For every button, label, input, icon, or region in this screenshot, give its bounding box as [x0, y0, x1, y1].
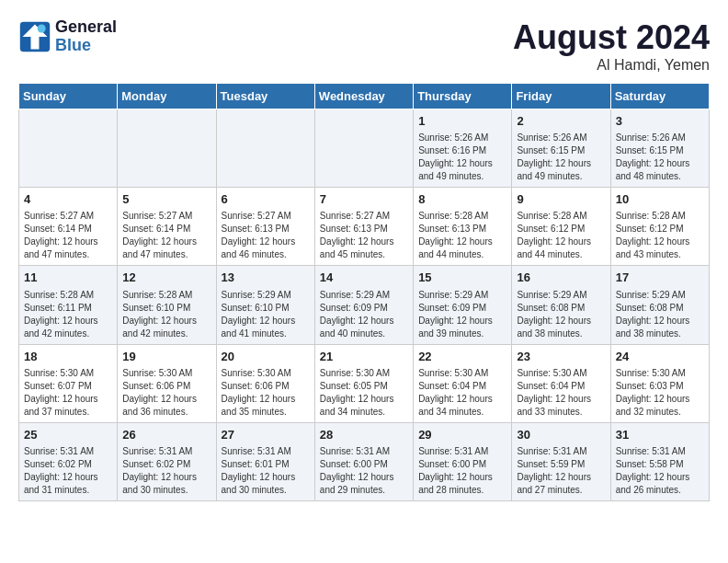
- calendar-cell: 19Sunrise: 5:30 AM Sunset: 6:06 PM Dayli…: [118, 344, 216, 422]
- calendar-week-row: 1Sunrise: 5:26 AM Sunset: 6:16 PM Daylig…: [19, 109, 710, 188]
- calendar-cell: 24Sunrise: 5:30 AM Sunset: 6:03 PM Dayli…: [610, 344, 709, 422]
- calendar-cell: 18Sunrise: 5:30 AM Sunset: 6:07 PM Dayli…: [19, 344, 118, 422]
- day-number: 29: [418, 427, 506, 443]
- day-number: 25: [24, 427, 112, 443]
- calendar-cell: 9Sunrise: 5:28 AM Sunset: 6:12 PM Daylig…: [512, 188, 610, 266]
- day-number: 31: [616, 427, 704, 443]
- header-wednesday: Wednesday: [314, 84, 413, 109]
- day-number: 9: [517, 191, 605, 208]
- header-sunday: Sunday: [19, 84, 118, 109]
- cell-content: Sunrise: 5:29 AM Sunset: 6:08 PM Dayligh…: [517, 289, 605, 340]
- day-number: 21: [320, 349, 408, 365]
- calendar-cell: 28Sunrise: 5:31 AM Sunset: 6:00 PM Dayli…: [314, 422, 413, 500]
- month-year: August 2024: [513, 18, 710, 57]
- calendar-cell: 16Sunrise: 5:29 AM Sunset: 6:08 PM Dayli…: [512, 266, 610, 344]
- day-number: 23: [517, 349, 605, 365]
- day-number: 4: [24, 191, 112, 208]
- day-number: 6: [222, 191, 310, 208]
- cell-content: Sunrise: 5:30 AM Sunset: 6:06 PM Dayligh…: [222, 367, 310, 419]
- logo-line1: General: [55, 18, 117, 37]
- svg-point-2: [38, 24, 46, 32]
- calendar-cell: 29Sunrise: 5:31 AM Sunset: 6:00 PM Dayli…: [414, 422, 512, 500]
- cell-content: Sunrise: 5:30 AM Sunset: 6:04 PM Dayligh…: [418, 367, 506, 419]
- logo-text: General Blue: [55, 18, 117, 55]
- calendar-cell: 11Sunrise: 5:28 AM Sunset: 6:11 PM Dayli…: [19, 266, 118, 344]
- header-thursday: Thursday: [414, 84, 512, 109]
- cell-content: Sunrise: 5:31 AM Sunset: 6:01 PM Dayligh…: [222, 445, 310, 497]
- day-number: 10: [616, 191, 704, 208]
- cell-content: Sunrise: 5:31 AM Sunset: 6:00 PM Dayligh…: [418, 445, 506, 497]
- calendar-week-row: 11Sunrise: 5:28 AM Sunset: 6:11 PM Dayli…: [19, 266, 710, 344]
- day-number: 24: [616, 349, 704, 365]
- calendar-cell: [216, 109, 314, 188]
- title-block: August 2024 Al Hamdi, Yemen: [513, 18, 710, 74]
- calendar-cell: 20Sunrise: 5:30 AM Sunset: 6:06 PM Dayli…: [216, 344, 314, 422]
- day-number: 1: [418, 113, 506, 130]
- calendar-cell: 27Sunrise: 5:31 AM Sunset: 6:01 PM Dayli…: [216, 422, 314, 500]
- header-monday: Monday: [118, 84, 216, 109]
- day-number: 14: [320, 270, 408, 286]
- calendar-cell: 22Sunrise: 5:30 AM Sunset: 6:04 PM Dayli…: [414, 344, 512, 422]
- calendar-cell: 15Sunrise: 5:29 AM Sunset: 6:09 PM Dayli…: [414, 266, 512, 344]
- calendar-cell: [314, 109, 413, 188]
- calendar-cell: [19, 109, 118, 188]
- cell-content: Sunrise: 5:26 AM Sunset: 6:15 PM Dayligh…: [517, 132, 605, 183]
- calendar-week-row: 18Sunrise: 5:30 AM Sunset: 6:07 PM Dayli…: [19, 344, 710, 422]
- day-number: 19: [122, 349, 210, 365]
- cell-content: Sunrise: 5:28 AM Sunset: 6:13 PM Dayligh…: [418, 210, 506, 261]
- cell-content: Sunrise: 5:31 AM Sunset: 5:59 PM Dayligh…: [517, 445, 605, 497]
- calendar-week-row: 4Sunrise: 5:27 AM Sunset: 6:14 PM Daylig…: [19, 188, 710, 266]
- cell-content: Sunrise: 5:30 AM Sunset: 6:07 PM Dayligh…: [24, 367, 112, 419]
- location: Al Hamdi, Yemen: [513, 57, 710, 74]
- calendar-cell: 8Sunrise: 5:28 AM Sunset: 6:13 PM Daylig…: [414, 188, 512, 266]
- day-number: 3: [616, 113, 704, 130]
- calendar-cell: 26Sunrise: 5:31 AM Sunset: 6:02 PM Dayli…: [118, 422, 216, 500]
- cell-content: Sunrise: 5:30 AM Sunset: 6:06 PM Dayligh…: [122, 367, 210, 419]
- logo-line2: Blue: [55, 37, 117, 55]
- calendar-cell: 31Sunrise: 5:31 AM Sunset: 5:58 PM Dayli…: [610, 422, 709, 500]
- cell-content: Sunrise: 5:31 AM Sunset: 6:02 PM Dayligh…: [122, 445, 210, 497]
- cell-content: Sunrise: 5:29 AM Sunset: 6:09 PM Dayligh…: [418, 289, 506, 340]
- cell-content: Sunrise: 5:29 AM Sunset: 6:10 PM Dayligh…: [222, 289, 310, 340]
- cell-content: Sunrise: 5:31 AM Sunset: 6:02 PM Dayligh…: [24, 445, 112, 497]
- calendar-cell: 7Sunrise: 5:27 AM Sunset: 6:13 PM Daylig…: [314, 188, 413, 266]
- calendar-cell: 23Sunrise: 5:30 AM Sunset: 6:04 PM Dayli…: [512, 344, 610, 422]
- logo: General Blue: [18, 18, 117, 55]
- day-number: 22: [418, 349, 506, 365]
- calendar-cell: [118, 109, 216, 188]
- cell-content: Sunrise: 5:31 AM Sunset: 5:58 PM Dayligh…: [616, 445, 704, 497]
- day-number: 20: [222, 349, 310, 365]
- cell-content: Sunrise: 5:31 AM Sunset: 6:00 PM Dayligh…: [320, 445, 408, 497]
- calendar-cell: 2Sunrise: 5:26 AM Sunset: 6:15 PM Daylig…: [512, 109, 610, 188]
- cell-content: Sunrise: 5:27 AM Sunset: 6:14 PM Dayligh…: [24, 210, 112, 261]
- cell-content: Sunrise: 5:28 AM Sunset: 6:12 PM Dayligh…: [616, 210, 704, 261]
- calendar-cell: 21Sunrise: 5:30 AM Sunset: 6:05 PM Dayli…: [314, 344, 413, 422]
- calendar-table: SundayMondayTuesdayWednesdayThursdayFrid…: [18, 83, 710, 501]
- calendar-cell: 6Sunrise: 5:27 AM Sunset: 6:13 PM Daylig…: [216, 188, 314, 266]
- calendar-cell: 5Sunrise: 5:27 AM Sunset: 6:14 PM Daylig…: [118, 188, 216, 266]
- day-number: 26: [122, 427, 210, 443]
- cell-content: Sunrise: 5:27 AM Sunset: 6:14 PM Dayligh…: [122, 210, 210, 261]
- header-friday: Friday: [512, 84, 610, 109]
- cell-content: Sunrise: 5:29 AM Sunset: 6:09 PM Dayligh…: [320, 289, 408, 340]
- page-header: General Blue August 2024 Al Hamdi, Yemen: [18, 18, 710, 74]
- calendar-cell: 17Sunrise: 5:29 AM Sunset: 6:08 PM Dayli…: [610, 266, 709, 344]
- cell-content: Sunrise: 5:28 AM Sunset: 6:12 PM Dayligh…: [517, 210, 605, 261]
- logo-icon: [18, 20, 51, 53]
- day-number: 15: [418, 270, 506, 286]
- cell-content: Sunrise: 5:26 AM Sunset: 6:16 PM Dayligh…: [418, 132, 506, 183]
- calendar-cell: 30Sunrise: 5:31 AM Sunset: 5:59 PM Dayli…: [512, 422, 610, 500]
- cell-content: Sunrise: 5:27 AM Sunset: 6:13 PM Dayligh…: [222, 210, 310, 261]
- cell-content: Sunrise: 5:28 AM Sunset: 6:11 PM Dayligh…: [24, 289, 112, 340]
- cell-content: Sunrise: 5:27 AM Sunset: 6:13 PM Dayligh…: [320, 210, 408, 261]
- cell-content: Sunrise: 5:30 AM Sunset: 6:03 PM Dayligh…: [616, 367, 704, 419]
- calendar-cell: 3Sunrise: 5:26 AM Sunset: 6:15 PM Daylig…: [610, 109, 709, 188]
- day-number: 11: [24, 270, 112, 286]
- calendar-cell: 13Sunrise: 5:29 AM Sunset: 6:10 PM Dayli…: [216, 266, 314, 344]
- day-number: 13: [222, 270, 310, 286]
- day-number: 27: [222, 427, 310, 443]
- cell-content: Sunrise: 5:30 AM Sunset: 6:04 PM Dayligh…: [517, 367, 605, 419]
- cell-content: Sunrise: 5:30 AM Sunset: 6:05 PM Dayligh…: [320, 367, 408, 419]
- cell-content: Sunrise: 5:26 AM Sunset: 6:15 PM Dayligh…: [616, 132, 704, 183]
- day-number: 2: [517, 113, 605, 130]
